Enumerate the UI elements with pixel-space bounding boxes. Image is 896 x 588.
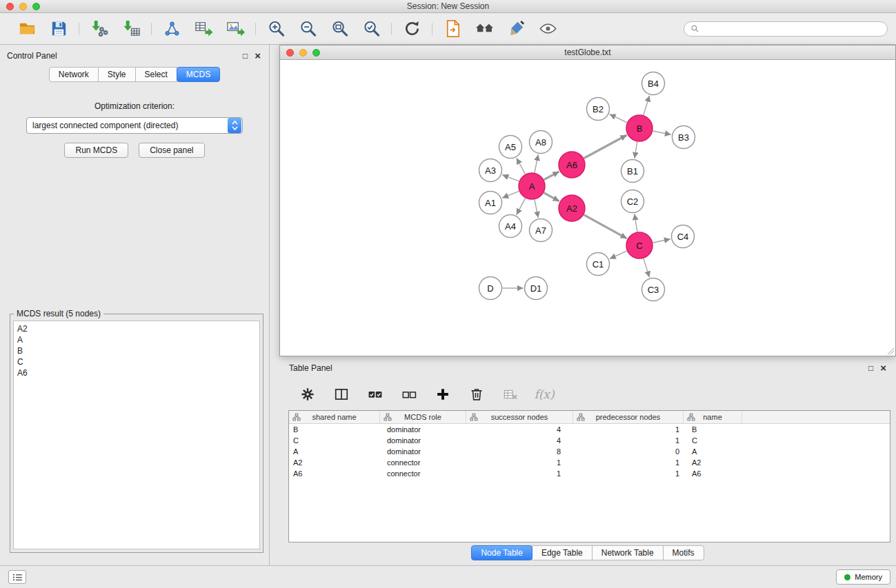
export-network-icon[interactable] bbox=[161, 19, 182, 39]
graph-edge-A-A8[interactable] bbox=[535, 154, 538, 172]
open-session-icon[interactable] bbox=[17, 19, 37, 39]
graph-edge-B-B3[interactable] bbox=[653, 131, 671, 134]
network-zoom-button[interactable] bbox=[312, 49, 320, 57]
graph-edge-A-A5[interactable] bbox=[517, 158, 526, 174]
toolbar-separator bbox=[432, 23, 432, 35]
graph-edge-C-C1[interactable] bbox=[610, 251, 627, 258]
first-neighbors-icon[interactable] bbox=[474, 19, 495, 39]
tab-motifs[interactable]: Motifs bbox=[663, 545, 704, 560]
table-cell: A2 bbox=[684, 457, 742, 468]
graph-edge-B-B2[interactable] bbox=[610, 114, 627, 123]
float-table-panel-icon[interactable]: □ bbox=[868, 363, 873, 373]
graph-edge-A-A3[interactable] bbox=[502, 175, 519, 181]
result-item[interactable]: A2 bbox=[17, 323, 256, 334]
status-bar: Memory bbox=[0, 565, 896, 588]
graph-edge-C-C2[interactable] bbox=[635, 214, 637, 232]
function-builder-icon[interactable]: f(x) bbox=[534, 384, 555, 405]
column-header-MCDS-role[interactable]: MCDS role bbox=[380, 411, 466, 423]
table-cell: 0 bbox=[573, 446, 684, 457]
tab-network-table[interactable]: Network Table bbox=[592, 545, 664, 560]
tab-select[interactable]: Select bbox=[135, 67, 177, 82]
mcds-result-list[interactable]: A2ABCA6 bbox=[13, 321, 260, 549]
toolbar-icon-groups bbox=[8, 19, 566, 39]
dropdown-stepper-icon bbox=[228, 118, 241, 133]
table-row[interactable]: Adominator80A bbox=[289, 446, 890, 457]
split-panel-icon[interactable] bbox=[331, 384, 352, 405]
graph-edge-A-A6[interactable] bbox=[544, 172, 559, 180]
network-canvas-area[interactable]: AA6A2BCA5A8A3A1A4A7B2B4B3B1C2C4C1C3DD1 bbox=[280, 60, 895, 356]
show-hide-panel-icon[interactable] bbox=[537, 19, 558, 39]
zoom-in-icon[interactable] bbox=[266, 19, 286, 39]
zoom-out-icon[interactable] bbox=[297, 19, 318, 39]
tab-edge-table[interactable]: Edge Table bbox=[532, 545, 593, 560]
minimize-window-button[interactable] bbox=[19, 3, 27, 10]
import-table-icon[interactable] bbox=[121, 19, 141, 39]
import-network-icon[interactable] bbox=[89, 19, 110, 39]
result-item[interactable]: C bbox=[17, 356, 256, 367]
zoom-selected-icon[interactable] bbox=[361, 19, 381, 39]
search-field[interactable] bbox=[684, 21, 888, 37]
graph-edge-B-B4[interactable] bbox=[644, 96, 650, 115]
graph-node-label: C2 bbox=[627, 196, 639, 207]
network-minimize-button[interactable] bbox=[299, 49, 307, 57]
close-panel-icon[interactable]: × bbox=[255, 52, 261, 60]
add-column-icon[interactable] bbox=[432, 384, 453, 405]
table-settings-icon[interactable] bbox=[297, 384, 318, 405]
column-header-predecessor-nodes[interactable]: predecessor nodes bbox=[573, 411, 684, 423]
select-all-icon[interactable] bbox=[365, 384, 386, 405]
graph-edge-A6-B[interactable] bbox=[584, 135, 627, 158]
export-table-icon[interactable] bbox=[193, 19, 214, 39]
close-table-panel-icon[interactable]: × bbox=[880, 364, 886, 372]
search-input[interactable] bbox=[703, 24, 881, 34]
resize-grip-icon[interactable] bbox=[886, 347, 895, 355]
column-header-successor-nodes[interactable]: successor nodes bbox=[466, 411, 573, 423]
float-panel-icon[interactable]: □ bbox=[243, 51, 248, 61]
column-header-name[interactable]: name bbox=[684, 411, 742, 423]
close-mcds-panel-button[interactable]: Close panel bbox=[139, 143, 204, 158]
optimization-dropdown[interactable]: largest connected component (directed) bbox=[26, 117, 243, 134]
network-graph[interactable]: AA6A2BCA5A8A3A1A4A7B2B4B3B1C2C4C1C3DD1 bbox=[280, 60, 895, 356]
graph-edge-A-A1[interactable] bbox=[502, 191, 519, 198]
table-row[interactable]: Bdominator41B bbox=[289, 424, 890, 435]
table-row[interactable]: A2connector11A2 bbox=[289, 457, 890, 468]
graph-edge-A-A2[interactable] bbox=[544, 193, 559, 201]
task-history-button[interactable] bbox=[8, 570, 26, 584]
deselect-all-icon[interactable] bbox=[399, 384, 419, 405]
open-session-file-icon[interactable] bbox=[442, 19, 463, 39]
tab-style[interactable]: Style bbox=[98, 67, 136, 82]
network-window-titlebar[interactable]: testGlobe.txt bbox=[280, 45, 895, 60]
save-session-icon[interactable] bbox=[48, 19, 69, 39]
close-window-button[interactable] bbox=[6, 3, 14, 10]
graph-edge-A-A7[interactable] bbox=[535, 200, 538, 218]
delete-column-icon[interactable] bbox=[466, 384, 487, 405]
tab-network[interactable]: Network bbox=[49, 67, 99, 82]
style-editor-icon[interactable] bbox=[506, 19, 526, 39]
export-image-icon[interactable] bbox=[225, 19, 246, 39]
zoom-window-button[interactable] bbox=[32, 3, 40, 10]
graph-edge-A-A4[interactable] bbox=[517, 199, 526, 215]
delete-table-icon[interactable] bbox=[500, 384, 521, 405]
network-close-button[interactable] bbox=[286, 49, 294, 57]
graph-node-label: C4 bbox=[677, 232, 689, 242]
graph-edge-C-C4[interactable] bbox=[653, 239, 670, 243]
zoom-fit-icon[interactable] bbox=[329, 19, 350, 39]
graph-edge-C-C3[interactable] bbox=[644, 258, 650, 277]
graph-edge-A2-C[interactable] bbox=[584, 215, 627, 239]
control-panel-title: Control Panel bbox=[7, 51, 57, 61]
graph-node-label: A2 bbox=[566, 203, 577, 214]
result-item[interactable]: B bbox=[17, 345, 256, 356]
search-icon bbox=[690, 24, 699, 33]
column-header-shared-name[interactable]: shared name bbox=[289, 411, 380, 423]
tab-node-table[interactable]: Node Table bbox=[471, 545, 532, 560]
tab-mcds[interactable]: MCDS bbox=[177, 67, 220, 82]
network-window-title: testGlobe.txt bbox=[564, 48, 610, 57]
refresh-icon[interactable] bbox=[401, 19, 422, 39]
result-item[interactable]: A bbox=[17, 334, 256, 345]
table-row[interactable]: A6connector11A6 bbox=[289, 468, 890, 479]
memory-button[interactable]: Memory bbox=[836, 569, 890, 585]
result-item[interactable]: A6 bbox=[17, 367, 256, 378]
graph-edge-B-B1[interactable] bbox=[635, 142, 637, 159]
graph-node-label: A5 bbox=[505, 142, 516, 152]
run-mcds-button[interactable]: Run MCDS bbox=[64, 143, 128, 158]
table-row[interactable]: Cdominator41C bbox=[289, 435, 890, 446]
